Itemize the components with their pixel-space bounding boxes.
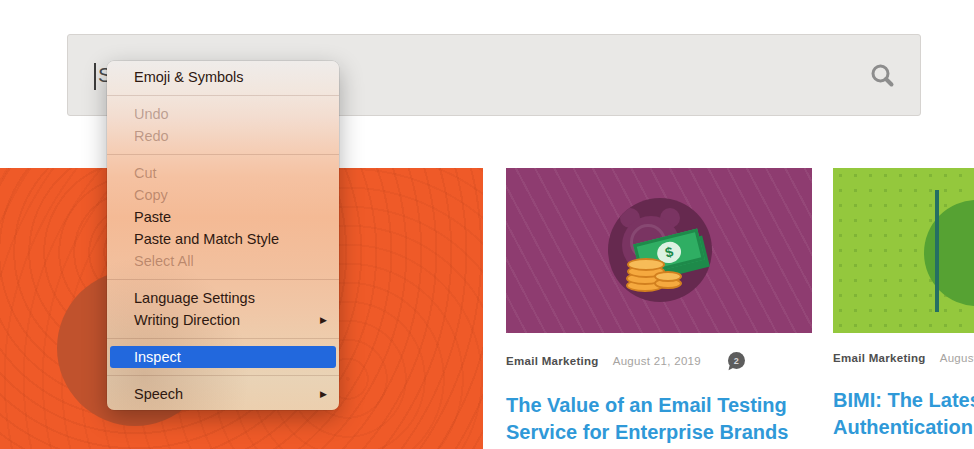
post-card-email-testing: Email Marketing August 21, 2019 2 The Va… [506, 352, 816, 445]
envelope-illustration [924, 200, 974, 306]
menu-item-label: Redo [134, 128, 327, 144]
post-card-bimi: Email Marketing August BIMI: The Latest … [833, 352, 974, 440]
post-date: August 21, 2019 [613, 355, 701, 367]
menu-item-inspect[interactable]: Inspect [110, 346, 336, 368]
post-meta: Email Marketing August [833, 352, 974, 364]
menu-separator [107, 279, 339, 280]
search-icon[interactable] [870, 63, 896, 89]
menu-item-writing-direction[interactable]: Writing Direction ▶ [107, 309, 339, 331]
post-thumbnail-email-testing[interactable]: $ [506, 168, 812, 333]
context-menu: Emoji & Symbols Undo Redo Cut Copy Paste… [107, 61, 339, 410]
menu-item-label: Language Settings [134, 290, 327, 306]
menu-item-paste-and-match-style[interactable]: Paste and Match Style [107, 228, 339, 250]
text-caret [94, 63, 96, 90]
menu-separator [107, 375, 339, 376]
menu-separator [107, 95, 339, 96]
menu-item-emoji-symbols[interactable]: Emoji & Symbols [107, 66, 339, 88]
submenu-arrow-icon: ▶ [320, 316, 327, 325]
menu-separator [107, 338, 339, 339]
post-category-link[interactable]: Email Marketing [506, 355, 599, 367]
menu-item-label: Emoji & Symbols [134, 69, 327, 85]
menu-item-copy[interactable]: Copy [107, 184, 339, 206]
menu-item-language-settings[interactable]: Language Settings [107, 287, 339, 309]
menu-item-redo[interactable]: Redo [107, 125, 339, 147]
menu-item-label: Undo [134, 106, 327, 122]
menu-item-label: Writing Direction [134, 312, 320, 328]
menu-item-select-all[interactable]: Select All [107, 250, 339, 272]
post-thumbnail-bimi[interactable] [833, 168, 974, 333]
post-title-line: Authentication [833, 416, 973, 438]
menu-item-label: Speech [134, 386, 320, 402]
comment-count-badge[interactable]: 2 [728, 352, 745, 369]
menu-item-label: Inspect [134, 349, 327, 365]
coin-icon [627, 258, 665, 271]
post-date: August [940, 352, 974, 364]
vertical-line-decoration [935, 190, 939, 312]
menu-item-label: Paste and Match Style [134, 231, 327, 247]
post-title-line: BIMI: The Latest [833, 389, 974, 411]
menu-item-speech[interactable]: Speech ▶ [107, 383, 339, 405]
menu-item-label: Cut [134, 165, 327, 181]
menu-item-paste[interactable]: Paste [107, 206, 339, 228]
menu-item-label: Select All [134, 253, 327, 269]
post-title-link[interactable]: BIMI: The Latest Authentication [833, 387, 974, 440]
menu-separator [107, 154, 339, 155]
submenu-arrow-icon: ▶ [320, 390, 327, 399]
coin-icon [654, 271, 682, 282]
menu-item-undo[interactable]: Undo [107, 103, 339, 125]
post-category-link[interactable]: Email Marketing [833, 352, 926, 364]
post-meta: Email Marketing August 21, 2019 2 [506, 352, 816, 369]
menu-item-label: Copy [134, 187, 327, 203]
menu-item-label: Paste [134, 209, 327, 225]
menu-item-cut[interactable]: Cut [107, 162, 339, 184]
post-title-link[interactable]: The Value of an Email Testing Service fo… [506, 392, 816, 445]
